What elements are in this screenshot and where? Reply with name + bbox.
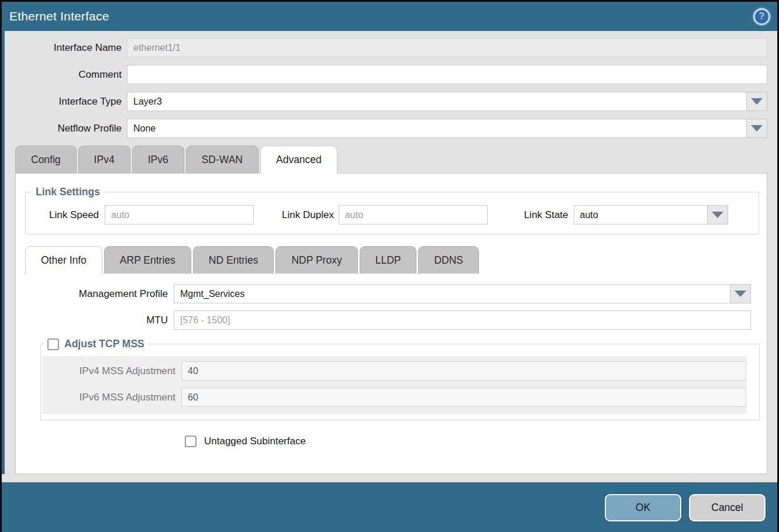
titlebar: Ethernet Interface ? <box>2 2 777 31</box>
link-settings-row: Link Speed Link Duplex Link State <box>26 205 759 224</box>
interface-name-row: Interface Name <box>7 38 767 57</box>
link-speed-field[interactable] <box>105 205 254 224</box>
tab-arp-entries[interactable]: ARP Entries <box>104 246 191 274</box>
tab-ipv6[interactable]: IPv6 <box>132 146 184 173</box>
link-state-value[interactable] <box>574 205 707 224</box>
link-settings-legend-text: Link Settings <box>36 186 100 198</box>
cancel-button[interactable]: Cancel <box>689 494 766 521</box>
management-profile-dropdown[interactable] <box>174 284 751 303</box>
tab-lldp[interactable]: LLDP <box>360 246 417 274</box>
adjust-tcp-mss-legend-text: Adjust TCP MSS <box>64 338 144 350</box>
dialog-title: Ethernet Interface <box>9 9 109 23</box>
adjust-tcp-mss-checkbox[interactable] <box>47 338 59 350</box>
adjust-tcp-mss-legend: Adjust TCP MSS <box>44 338 148 350</box>
management-profile-value[interactable] <box>174 284 730 303</box>
ipv4-mss-row: IPv4 MSS Adjustment <box>42 361 746 381</box>
interface-name-label: Interface Name <box>7 42 122 54</box>
tab-ddns[interactable]: DDNS <box>418 246 479 274</box>
other-info-content: Management Profile MTU <box>16 284 767 447</box>
ipv4-mss-field <box>181 361 746 381</box>
chevron-down-icon <box>735 291 746 297</box>
comment-label: Comment <box>7 69 122 81</box>
comment-row: Comment <box>7 65 767 84</box>
tab-ndp-proxy[interactable]: NDP Proxy <box>275 246 357 274</box>
untagged-subinterface-label: Untagged Subinterface <box>204 436 306 447</box>
interface-type-dropdown-button[interactable] <box>746 92 767 111</box>
advanced-tab-panel: Link Settings Link Speed Link Duplex Lin… <box>15 173 767 474</box>
mtu-label: MTU <box>16 315 168 326</box>
tab-ipv4[interactable]: IPv4 <box>78 146 130 173</box>
help-icon[interactable]: ? <box>753 8 770 25</box>
mtu-field[interactable] <box>174 310 751 330</box>
adjust-tcp-mss-group: Adjust TCP MSS IPv4 MSS Adjustment IPv6 … <box>40 338 760 420</box>
ethernet-interface-dialog: Ethernet Interface ? Interface Name Comm… <box>0 0 779 532</box>
tab-advanced[interactable]: Advanced <box>260 146 337 174</box>
tab-config[interactable]: Config <box>15 146 77 173</box>
untagged-subinterface-row: Untagged Subinterface <box>185 436 767 447</box>
interface-type-row: Interface Type <box>7 92 767 111</box>
interface-name-field <box>127 38 767 57</box>
comment-field[interactable] <box>127 65 767 84</box>
link-speed-label: Link Speed <box>49 209 99 221</box>
link-duplex-label: Link Duplex <box>282 209 334 221</box>
ipv4-mss-label: IPv4 MSS Adjustment <box>42 365 175 377</box>
ok-button[interactable]: OK <box>605 494 681 521</box>
interface-type-value[interactable] <box>127 92 746 111</box>
management-profile-label: Management Profile <box>16 288 168 300</box>
tab-nd-entries[interactable]: ND Entries <box>193 246 274 274</box>
chevron-down-icon <box>751 125 763 132</box>
netflow-profile-dropdown[interactable] <box>127 119 767 138</box>
netflow-profile-label: Netflow Profile <box>7 123 122 134</box>
ipv6-mss-row: IPv6 MSS Adjustment <box>42 388 746 407</box>
ipv6-mss-field <box>181 388 746 407</box>
management-profile-dropdown-button[interactable] <box>730 284 751 303</box>
dialog-body: Interface Name Comment Interface Type Ne… <box>2 31 777 474</box>
link-settings-group: Link Settings Link Speed Link Duplex Lin… <box>25 186 759 234</box>
link-settings-legend: Link Settings <box>32 186 104 198</box>
link-state-dropdown[interactable] <box>574 205 723 224</box>
untagged-subinterface-checkbox[interactable] <box>185 436 197 447</box>
chevron-down-icon <box>751 98 763 105</box>
netflow-profile-value[interactable] <box>127 119 746 138</box>
interface-type-label: Interface Type <box>7 96 122 108</box>
help-icon-glyph: ? <box>759 11 765 22</box>
mss-disabled-block: IPv4 MSS Adjustment IPv6 MSS Adjustment <box>42 356 746 414</box>
link-state-label: Link State <box>524 209 568 221</box>
main-tabs: Config IPv4 IPv6 SD-WAN Advanced <box>15 146 767 173</box>
interface-type-dropdown[interactable] <box>127 92 767 111</box>
management-profile-row: Management Profile <box>16 284 751 303</box>
inner-tabs: Other Info ARP Entries ND Entries NDP Pr… <box>25 246 767 274</box>
link-state-dropdown-button[interactable] <box>707 205 728 224</box>
mtu-row: MTU <box>16 310 751 330</box>
netflow-profile-row: Netflow Profile <box>7 119 767 138</box>
chevron-down-icon <box>712 212 723 218</box>
netflow-profile-dropdown-button[interactable] <box>746 119 767 138</box>
ipv6-mss-label: IPv6 MSS Adjustment <box>42 392 175 403</box>
link-duplex-field[interactable] <box>339 205 488 224</box>
tab-other-info[interactable]: Other Info <box>25 246 102 274</box>
dialog-footer: OK Cancel <box>2 482 777 532</box>
tab-sdwan[interactable]: SD-WAN <box>186 146 258 173</box>
